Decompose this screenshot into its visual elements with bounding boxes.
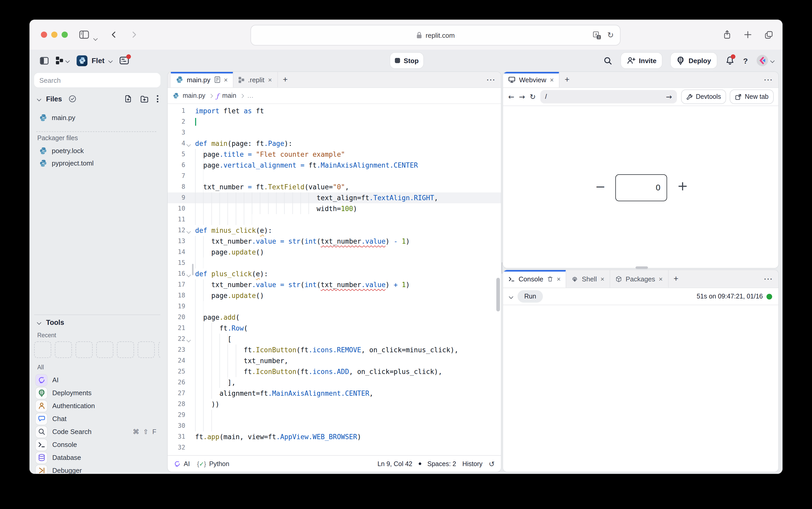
editor-more-icon[interactable]: ··· bbox=[487, 72, 496, 88]
sidebar-item-debugger[interactable]: Debugger bbox=[34, 464, 160, 474]
add-tab-icon[interactable]: + bbox=[669, 270, 684, 287]
code-line[interactable]: 6page.vertical_alignment = ft.MainAxisAl… bbox=[168, 160, 501, 171]
code-line[interactable]: 2 bbox=[168, 116, 501, 127]
code-editor[interactable]: 1import flet as ft234def main(page: ft.P… bbox=[168, 104, 501, 455]
file-item-pyproject-toml[interactable]: pyproject.toml bbox=[34, 157, 160, 169]
tools-header[interactable]: Tools bbox=[34, 316, 160, 329]
editor-scrollbar[interactable] bbox=[496, 278, 500, 311]
tab-console[interactable]: Console × bbox=[503, 270, 566, 287]
code-line[interactable]: 8txt_number = ft.TextField(value="0", bbox=[168, 181, 501, 193]
changelog-icon[interactable] bbox=[120, 56, 129, 65]
close-tab-icon[interactable]: × bbox=[600, 275, 604, 282]
sidebar-chevron-icon[interactable] bbox=[94, 33, 97, 42]
help-icon[interactable]: ? bbox=[743, 56, 748, 65]
code-line[interactable]: 26], bbox=[168, 377, 501, 388]
file-item-poetry-lock[interactable]: poetry.lock bbox=[34, 144, 160, 157]
search-input[interactable]: Search bbox=[34, 73, 160, 88]
minimize-window-button[interactable] bbox=[51, 32, 58, 38]
code-line[interactable]: 28)) bbox=[168, 399, 501, 410]
code-line[interactable]: 3 bbox=[168, 127, 501, 138]
code-line[interactable]: 23ft.IconButton(ft.icons.REMOVE, on_clic… bbox=[168, 344, 501, 355]
new-file-icon[interactable] bbox=[124, 95, 132, 103]
project-menu[interactable]: Flet bbox=[76, 55, 112, 66]
invite-button[interactable]: Invite bbox=[621, 53, 662, 68]
console-more-icon[interactable]: ··· bbox=[764, 270, 773, 287]
ai-status-item[interactable]: AI bbox=[174, 460, 190, 467]
repl-switcher[interactable] bbox=[56, 56, 69, 65]
close-tab-icon[interactable]: × bbox=[268, 76, 272, 83]
code-line[interactable]: 11 bbox=[168, 214, 501, 225]
sidebar-item-authentication[interactable]: Authentication bbox=[34, 399, 160, 412]
counter-minus-button[interactable]: − bbox=[594, 179, 607, 194]
devtools-button[interactable]: Devtools bbox=[681, 90, 725, 103]
webview-more-icon[interactable]: ··· bbox=[764, 72, 773, 88]
webview-back-icon[interactable]: ← bbox=[508, 93, 514, 101]
new-tab-icon[interactable] bbox=[744, 31, 752, 39]
reload-icon[interactable]: ↻ bbox=[607, 31, 614, 40]
code-line[interactable]: 22[ bbox=[168, 334, 501, 344]
new-folder-icon[interactable] bbox=[140, 95, 149, 103]
code-line[interactable]: 9text_align=ft.TextAlign.RIGHT, bbox=[168, 193, 501, 203]
code-line[interactable]: 30 bbox=[168, 420, 501, 432]
add-tab-icon[interactable]: + bbox=[278, 72, 293, 88]
fold-chevron-icon[interactable] bbox=[187, 338, 191, 342]
sidebar-item-deployments[interactable]: Deployments bbox=[34, 386, 160, 399]
counter-textfield[interactable]: 0 bbox=[615, 174, 667, 201]
sidebar-resize-handle[interactable] bbox=[192, 264, 194, 275]
console-resize-handle[interactable] bbox=[636, 266, 648, 269]
tab-replit[interactable]: .replit × bbox=[233, 72, 278, 88]
history-clock-icon[interactable]: ↺ bbox=[489, 460, 495, 468]
code-line[interactable]: 13txt_number.value = str(int(txt_number.… bbox=[168, 236, 501, 247]
code-line[interactable]: 1import flet as ft bbox=[168, 105, 501, 116]
deploy-button[interactable]: Deploy bbox=[671, 53, 717, 68]
run-badge[interactable]: Run bbox=[518, 290, 543, 303]
collapse-chevron-icon[interactable] bbox=[509, 294, 513, 299]
panes-resize-handle[interactable] bbox=[501, 262, 502, 274]
stop-button[interactable]: Stop bbox=[390, 53, 423, 68]
back-icon[interactable] bbox=[110, 31, 118, 39]
open-new-tab-button[interactable]: New tab bbox=[730, 90, 773, 103]
code-line[interactable]: 18page.update() bbox=[168, 290, 501, 301]
tab-webview[interactable]: Webview × bbox=[503, 72, 559, 88]
share-icon[interactable] bbox=[723, 30, 731, 39]
counter-plus-button[interactable]: + bbox=[676, 178, 689, 194]
history-button[interactable]: History bbox=[462, 460, 483, 467]
files-header[interactable]: Files bbox=[34, 93, 160, 105]
code-line[interactable]: 27alignment=ft.MainAxisAlignment.CENTER, bbox=[168, 388, 501, 399]
code-line[interactable]: 7 bbox=[168, 171, 501, 181]
trash-icon[interactable] bbox=[547, 275, 553, 282]
zoom-window-button[interactable] bbox=[62, 32, 68, 38]
collapse-chevron-icon[interactable] bbox=[37, 97, 41, 101]
fold-chevron-icon[interactable] bbox=[187, 229, 191, 234]
fold-chevron-icon[interactable] bbox=[187, 273, 191, 277]
code-line[interactable]: 14page.update() bbox=[168, 247, 501, 258]
webview-forward-icon[interactable]: → bbox=[519, 93, 525, 101]
sidebar-item-console[interactable]: Console bbox=[34, 438, 160, 451]
go-arrow-icon[interactable]: → bbox=[666, 93, 672, 101]
fold-chevron-icon[interactable] bbox=[187, 142, 191, 147]
indentation-setting[interactable]: Spaces: 2 bbox=[427, 460, 456, 467]
close-tab-icon[interactable]: × bbox=[550, 76, 554, 83]
account-menu[interactable] bbox=[757, 55, 774, 66]
code-line[interactable]: 4def main(page: ft.Page): bbox=[168, 138, 501, 149]
tab-packages[interactable]: Packages × bbox=[610, 270, 669, 287]
webview-reload-icon[interactable]: ↻ bbox=[530, 93, 535, 101]
translate-icon[interactable]: A文 bbox=[593, 31, 601, 39]
close-window-button[interactable] bbox=[41, 32, 47, 38]
tab-shell[interactable]: Shell × bbox=[566, 270, 610, 287]
code-line[interactable]: 29 bbox=[168, 410, 501, 420]
address-bar[interactable]: replit.com A文 ↻ bbox=[251, 25, 620, 45]
add-tab-icon[interactable]: + bbox=[559, 72, 575, 88]
file-item-main-py[interactable]: main.py bbox=[34, 111, 160, 124]
sidebar-item-code-search[interactable]: Code Search⌘ ⇧ F bbox=[34, 425, 160, 438]
webview-url-input[interactable]: / → bbox=[540, 90, 677, 103]
sidebar-item-ai[interactable]: AI bbox=[34, 373, 160, 386]
code-line[interactable]: 16def plus_click(e): bbox=[168, 268, 501, 279]
files-menu-icon[interactable] bbox=[157, 95, 158, 102]
code-line[interactable]: 31ft.app(main, view=ft.AppView.WEB_BROWS… bbox=[168, 432, 501, 442]
sidebar-item-chat[interactable]: Chat bbox=[34, 412, 160, 425]
tab-overview-icon[interactable] bbox=[765, 30, 773, 39]
close-tab-icon[interactable]: × bbox=[224, 76, 228, 83]
code-line[interactable]: 5page.title = "Flet counter example" bbox=[168, 149, 501, 160]
code-line[interactable]: 25ft.IconButton(ft.icons.ADD, on_click=p… bbox=[168, 366, 501, 377]
